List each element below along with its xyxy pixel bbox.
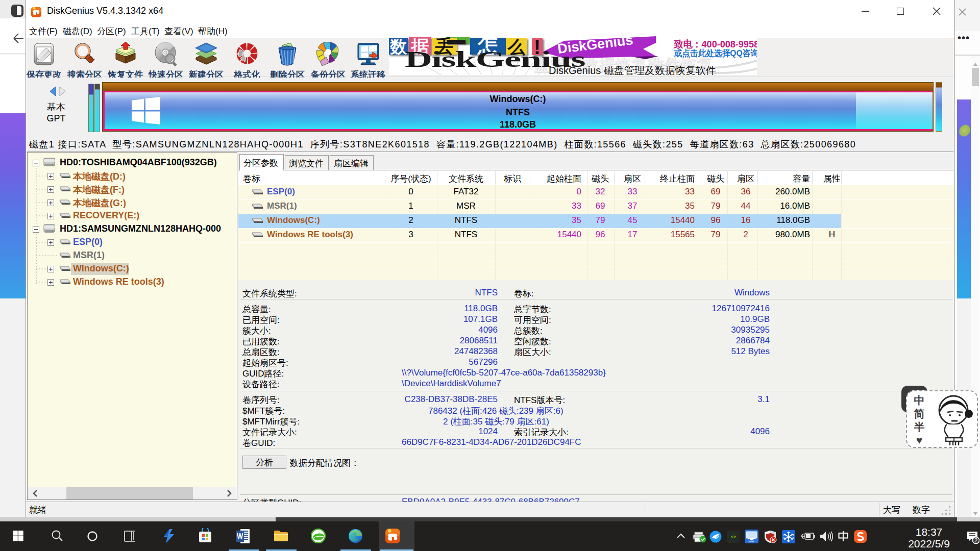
svg-text:2: 2 — [974, 537, 977, 543]
svg-text:intel: intel — [748, 540, 754, 543]
